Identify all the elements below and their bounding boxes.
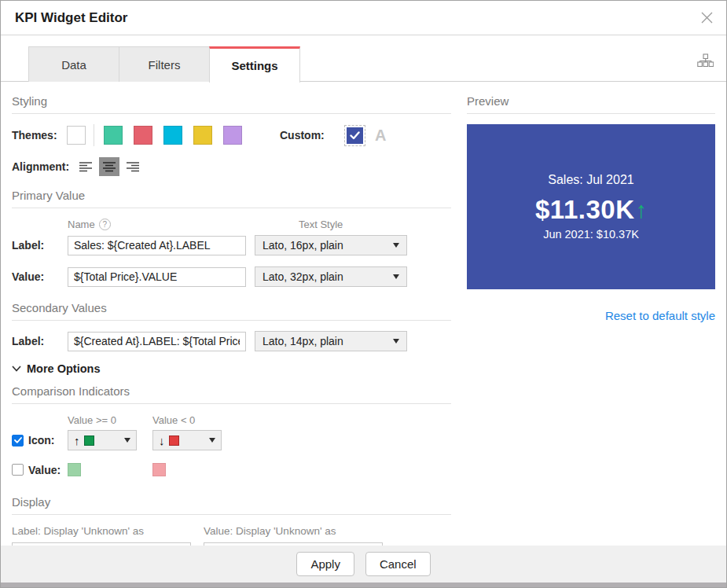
dialog-header: KPI Widget Editor — [1, 1, 726, 35]
apply-button[interactable]: Apply — [296, 552, 354, 576]
primary-label-textstyle-value: Lato, 16px, plain — [263, 239, 343, 252]
primary-value-textstyle-select[interactable]: Lato, 32px, plain — [255, 266, 407, 287]
preview-kpi-label: Sales: Jul 2021 — [548, 173, 633, 187]
custom-checkbox[interactable] — [344, 125, 365, 146]
kpi-widget-editor-dialog: KPI Widget Editor Data Filters Settings … — [0, 0, 727, 588]
negative-icon-color-swatch — [169, 435, 179, 446]
secondary-label-textstyle-value: Lato, 14px, plain — [263, 335, 343, 347]
theme-swatch-red[interactable] — [134, 126, 152, 145]
tab-data-label: Data — [61, 58, 86, 72]
label-unknown-header: Label: Display 'Unknown' as — [12, 525, 204, 537]
font-style-icon[interactable]: A — [375, 127, 386, 145]
primary-label-row: Label: Lato, 16px, plain — [12, 235, 451, 255]
positive-value-color-swatch[interactable] — [68, 463, 81, 476]
dialog-content: Styling Themes: Custom: A Ali — [1, 82, 726, 546]
theme-swatch-purple[interactable] — [223, 126, 242, 145]
icon-indicator-row: Icon: ↑ ↓ — [12, 430, 451, 450]
secondary-values-section-title: Secondary Values — [12, 301, 451, 321]
tab-settings[interactable]: Settings — [209, 46, 300, 83]
preview-up-arrow-icon: ↑ — [635, 197, 647, 223]
icon-checkbox[interactable] — [12, 435, 24, 447]
tab-settings-label: Settings — [231, 59, 277, 72]
styling-section-title: Styling — [12, 94, 451, 114]
kpi-preview-card: Sales: Jul 2021 $11.30K ↑ Jun 2021: $10.… — [467, 124, 715, 289]
positive-icon-select[interactable]: ↑ — [68, 430, 137, 450]
display-section-title: Display — [12, 495, 451, 515]
align-right-icon[interactable] — [123, 157, 143, 176]
primary-value-column-headers: Name ? Text Style — [12, 219, 451, 230]
text-style-column-header: Text Style — [299, 219, 451, 230]
themes-row: Themes: Custom: A — [12, 124, 451, 146]
value-checkbox[interactable] — [12, 464, 24, 476]
chevron-down-icon — [12, 366, 21, 372]
alignment-row: Alignment: — [12, 157, 451, 176]
theme-swatch-yellow[interactable] — [193, 126, 212, 145]
divider — [94, 124, 94, 146]
secondary-label-textstyle-select[interactable]: Lato, 14px, plain — [255, 331, 407, 351]
value-positive-header: Value >= 0 — [68, 414, 152, 426]
caret-down-icon — [393, 274, 399, 279]
dialog-footer: Apply Cancel — [1, 546, 726, 582]
custom-label: Custom: — [280, 129, 335, 141]
primary-value-caption: Value: — [12, 270, 68, 283]
preview-section-title: Preview — [467, 94, 715, 114]
negative-value-color-swatch[interactable] — [152, 463, 166, 476]
primary-value-row: Value: Lato, 32px, plain — [12, 266, 451, 287]
caret-down-icon — [209, 438, 215, 443]
cancel-button[interactable]: Cancel — [365, 552, 431, 576]
help-icon[interactable]: ? — [99, 219, 111, 230]
preview-kpi-value: $11.30K — [535, 195, 634, 225]
label-unknown-column: Label: Display 'Unknown' as — [12, 525, 204, 546]
theme-swatch-cyan[interactable] — [163, 126, 182, 145]
more-options-toggle[interactable]: More Options — [12, 362, 451, 375]
negative-icon-select[interactable]: ↓ — [152, 430, 222, 450]
settings-panel: Styling Themes: Custom: A Ali — [12, 94, 451, 546]
up-arrow-icon: ↑ — [74, 434, 80, 447]
primary-value-section-title: Primary Value — [12, 189, 451, 208]
tab-filters[interactable]: Filters — [119, 46, 210, 82]
value-row-label: Value: — [28, 464, 61, 476]
preview-panel: Preview Sales: Jul 2021 $11.30K ↑ Jun 20… — [467, 94, 715, 546]
dialog-title: KPI Widget Editor — [15, 10, 127, 26]
secondary-label-caption: Label: — [12, 335, 68, 347]
primary-value-input[interactable] — [68, 267, 246, 287]
primary-label-textstyle-select[interactable]: Lato, 16px, plain — [255, 235, 407, 255]
caret-down-icon — [124, 438, 130, 443]
value-indicator-row: Value: — [12, 463, 451, 476]
secondary-label-row: Label: Lato, 14px, plain — [12, 331, 451, 351]
tab-data[interactable]: Data — [28, 46, 119, 82]
theme-swatch-green[interactable] — [104, 126, 123, 145]
primary-value-textstyle-value: Lato, 32px, plain — [263, 270, 343, 283]
align-left-icon[interactable] — [75, 157, 96, 176]
dialog-bottom-strip — [1, 582, 726, 587]
caret-down-icon — [393, 339, 399, 344]
value-unknown-column: Value: Display 'Unknown' as — [204, 525, 395, 546]
align-center-icon[interactable] — [99, 157, 119, 176]
caret-down-icon — [393, 243, 399, 248]
custom-checkbox-box — [347, 127, 363, 144]
name-column-header: Name — [68, 219, 95, 230]
secondary-label-input[interactable] — [68, 332, 246, 351]
reset-default-style-link[interactable]: Reset to default style — [467, 309, 715, 322]
down-arrow-icon: ↓ — [159, 434, 165, 447]
sitemap-icon[interactable] — [697, 53, 714, 75]
primary-label-input[interactable] — [68, 236, 246, 255]
icon-row-label: Icon: — [28, 434, 54, 447]
display-section: Display Label: Display 'Unknown' as Valu… — [12, 495, 451, 546]
close-icon[interactable] — [700, 11, 714, 24]
more-options-label: More Options — [27, 362, 100, 375]
themes-label: Themes: — [12, 129, 67, 141]
theme-swatch-white[interactable] — [67, 126, 86, 145]
value-negative-header: Value < 0 — [152, 414, 195, 426]
comparison-indicators-section-title: Comparison Indicators — [12, 384, 451, 404]
preview-kpi-secondary: Jun 2021: $10.37K — [543, 228, 639, 241]
primary-label-caption: Label: — [12, 239, 68, 252]
tab-filters-label: Filters — [149, 58, 181, 72]
positive-icon-color-swatch — [84, 435, 94, 446]
tab-strip: Data Filters Settings — [1, 35, 726, 82]
value-unknown-header: Value: Display 'Unknown' as — [204, 525, 395, 537]
alignment-label: Alignment: — [12, 160, 69, 173]
comparison-column-headers: Value >= 0 Value < 0 — [12, 414, 451, 426]
